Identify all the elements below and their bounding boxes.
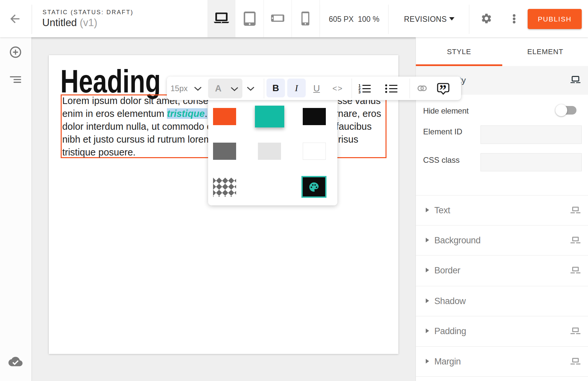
svg-text:”: ”: [439, 83, 447, 96]
svg-text:3: 3: [358, 90, 360, 94]
